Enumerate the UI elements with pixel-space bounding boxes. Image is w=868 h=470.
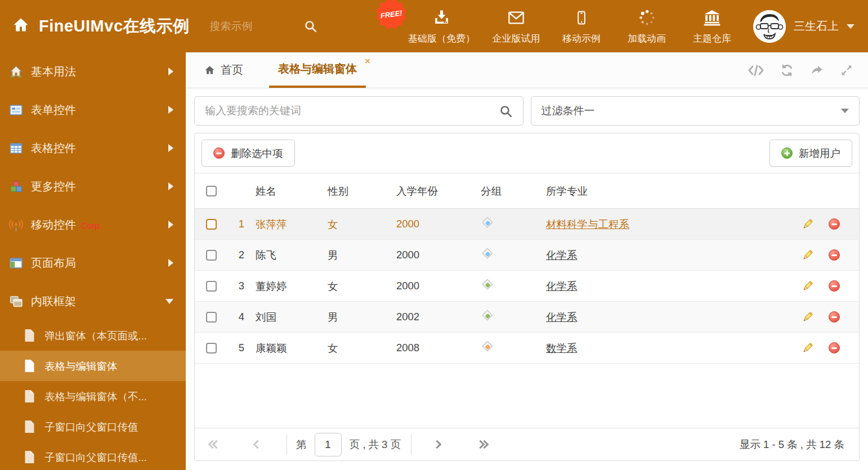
nav-item-envelope[interactable]: 企业版试用 bbox=[492, 7, 540, 45]
sidebar-item-0[interactable]: 基本用法 bbox=[0, 52, 186, 91]
sidebar-item-1[interactable]: 表单控件 bbox=[0, 91, 186, 129]
delete-icon[interactable] bbox=[829, 280, 840, 292]
edit-icon[interactable] bbox=[801, 311, 814, 324]
header-checkbox-cell bbox=[195, 186, 227, 196]
share-button[interactable] bbox=[809, 64, 825, 77]
edit-icon[interactable] bbox=[801, 218, 814, 231]
keyword-search-input[interactable] bbox=[205, 105, 499, 117]
name-cell: 康颖颖 bbox=[256, 341, 328, 355]
edit-icon[interactable] bbox=[801, 280, 814, 293]
row-checkbox[interactable] bbox=[206, 250, 217, 261]
sidebar-item-2[interactable]: 表格控件 bbox=[0, 129, 186, 167]
refresh-button[interactable] bbox=[780, 63, 794, 78]
gender-cell: 女 bbox=[328, 217, 396, 231]
chevron-right-icon bbox=[168, 182, 173, 190]
pagination-last-button[interactable] bbox=[477, 441, 487, 447]
bank-icon bbox=[703, 7, 722, 28]
table-icon bbox=[8, 141, 23, 155]
home-icon bbox=[11, 16, 30, 37]
sidebar-item-4[interactable]: 移动控件Corp. bbox=[0, 205, 186, 244]
pagination-next-button[interactable] bbox=[434, 441, 440, 447]
tab-home[interactable]: 首页 bbox=[204, 52, 243, 88]
search-icon[interactable] bbox=[303, 19, 317, 33]
header-nav: FREE!基础版（免费）企业版试用移动示例加载动画主题仓库 bbox=[408, 7, 736, 45]
tab-active[interactable]: 表格与编辑窗体 × bbox=[269, 52, 366, 88]
avatar[interactable] bbox=[753, 10, 786, 43]
filter-row: 过滤条件一 bbox=[194, 96, 860, 126]
filter-select[interactable]: 过滤条件一 bbox=[531, 96, 860, 126]
major-link[interactable]: 数学系 bbox=[546, 341, 578, 355]
source-code-button[interactable] bbox=[748, 64, 764, 77]
sidebar-item-label: 更多控件 bbox=[31, 179, 76, 194]
brand[interactable]: FineUIMvc在线示例 bbox=[0, 15, 190, 38]
group-cell bbox=[478, 278, 546, 294]
edit-icon[interactable] bbox=[801, 249, 814, 262]
chevron-right-icon bbox=[168, 221, 173, 229]
year-value: 2008 bbox=[396, 342, 419, 354]
sidebar-subitem-3[interactable]: 子窗口向父窗口传值 bbox=[0, 411, 186, 442]
table-row: 5康颖颖女2008数学系 bbox=[195, 333, 859, 364]
sidebar-subitem-0[interactable]: 弹出窗体（本页面或... bbox=[0, 320, 186, 351]
user-menu[interactable]: 三生石上 bbox=[753, 10, 868, 43]
actions-cell bbox=[779, 311, 859, 324]
gender-value: 女 bbox=[328, 217, 338, 231]
sidebar-item-3[interactable]: 更多控件 bbox=[0, 167, 186, 205]
sidebar-subitem-2[interactable]: 表格与编辑窗体（不... bbox=[0, 381, 186, 411]
search-icon[interactable] bbox=[499, 104, 513, 118]
free-badge: FREE! bbox=[375, 0, 407, 30]
column-header-3: 分组 bbox=[478, 184, 546, 198]
close-icon[interactable]: × bbox=[365, 56, 370, 66]
major-link[interactable]: 化学系 bbox=[546, 248, 578, 262]
sidebar-subitem-1[interactable]: 表格与编辑窗体 bbox=[0, 351, 186, 381]
table-body: 1张萍萍女2000材料科学与工程系2陈飞男2000化学系3董婷婷女2000化学系… bbox=[195, 209, 859, 364]
edit-icon[interactable] bbox=[801, 342, 814, 355]
row-checkbox[interactable] bbox=[206, 281, 217, 292]
sidebar-item-5[interactable]: 页面布局 bbox=[0, 244, 186, 282]
sidebar-item-label: 页面布局 bbox=[31, 256, 76, 271]
nav-item-label: 加载动画 bbox=[628, 32, 666, 45]
page-number-input[interactable] bbox=[315, 433, 342, 456]
pagination-prev-button[interactable] bbox=[254, 441, 261, 447]
free-badge-label: FREE! bbox=[373, 0, 409, 32]
row-number-cell: 4 bbox=[227, 311, 256, 323]
username: 三生石上 bbox=[794, 19, 839, 34]
year-value: 2000 bbox=[396, 249, 419, 261]
column-header-label: 所学专业 bbox=[546, 184, 588, 198]
row-number: 3 bbox=[239, 280, 244, 292]
sidebar-subitem-4[interactable]: 子窗口向父窗口传值... bbox=[0, 442, 186, 470]
download-icon bbox=[432, 7, 451, 28]
top-header: FineUIMvc在线示例 FREE!基础版（免费）企业版试用移动示例加载动画主… bbox=[0, 0, 868, 52]
tab-home-label: 首页 bbox=[221, 62, 243, 78]
delete-icon[interactable] bbox=[829, 249, 840, 261]
nav-item-bank[interactable]: 主题仓库 bbox=[688, 7, 736, 45]
major-link[interactable]: 材料科学与工程系 bbox=[546, 217, 629, 231]
row-checkbox[interactable] bbox=[206, 312, 217, 323]
major-link[interactable]: 化学系 bbox=[546, 310, 578, 324]
delete-icon[interactable] bbox=[829, 218, 840, 230]
form-icon bbox=[8, 102, 23, 117]
nav-item-download[interactable]: FREE!基础版（免费） bbox=[408, 7, 475, 45]
layout-icon bbox=[8, 256, 23, 270]
row-checkbox[interactable] bbox=[206, 219, 217, 230]
delete-selected-button[interactable]: 删除选中项 bbox=[202, 140, 295, 167]
add-user-button[interactable]: 新增用户 bbox=[769, 140, 852, 167]
chevron-right-icon bbox=[168, 106, 173, 114]
sidebar-item-6[interactable]: 内联框架 bbox=[0, 282, 186, 320]
tab-bar: 首页 表格与编辑窗体 × bbox=[186, 52, 868, 88]
select-all-checkbox[interactable] bbox=[206, 186, 217, 196]
actions-cell bbox=[779, 342, 859, 355]
pagination-first-button[interactable] bbox=[209, 441, 220, 447]
delete-icon[interactable] bbox=[829, 342, 840, 353]
header-search-input[interactable] bbox=[210, 20, 296, 33]
fullscreen-button[interactable] bbox=[840, 64, 853, 77]
actions-cell bbox=[779, 249, 859, 262]
row-checkbox[interactable] bbox=[206, 343, 217, 353]
nav-item-spinner[interactable]: 加载动画 bbox=[623, 7, 671, 45]
delete-icon[interactable] bbox=[829, 311, 840, 323]
major-link[interactable]: 化学系 bbox=[546, 279, 578, 293]
pagination-summary: 显示 1 - 5 条 , 共 12 条 bbox=[740, 437, 844, 451]
data-grid-panel: 删除选中项 新增用户 姓名性别入学年份分组所学专业 1张萍萍女2000材料科学与… bbox=[194, 133, 860, 461]
home-icon bbox=[204, 65, 216, 76]
keyword-search-box bbox=[194, 96, 524, 126]
nav-item-mobile[interactable]: 移动示例 bbox=[557, 7, 606, 45]
